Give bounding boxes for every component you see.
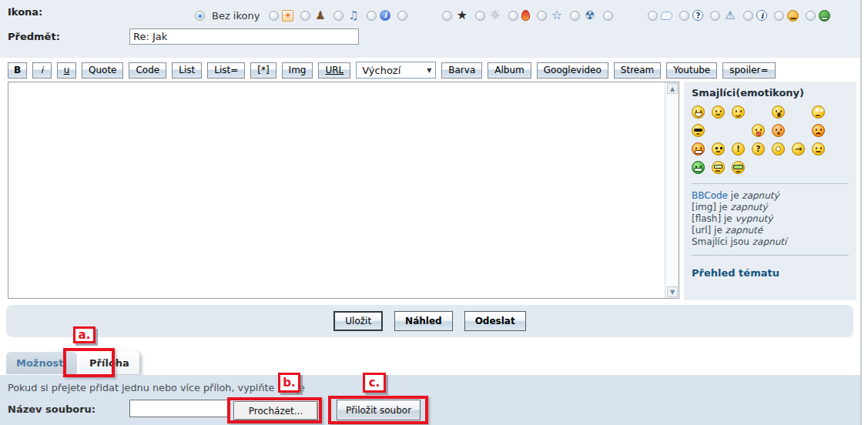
message-editor: ▲ ▼	[8, 82, 679, 299]
smiley-idea[interactable]	[772, 142, 785, 156]
post-icon-option-question-circle-icon[interactable]: ?	[679, 10, 703, 21]
smiley-embarrassed[interactable]	[772, 124, 785, 137]
smiley-very-happy[interactable]	[692, 105, 705, 119]
filename-input[interactable]	[129, 400, 230, 417]
topic-review-link[interactable]: Přehled tématu	[692, 267, 849, 279]
save-button[interactable]: Uložit	[333, 311, 383, 331]
bbcode-italic-button[interactable]: i	[32, 62, 52, 79]
smiley-cool[interactable]	[692, 124, 705, 137]
smiley-wink[interactable]	[732, 105, 745, 119]
post-icon-option-blue-star-icon[interactable]: ☆	[537, 9, 563, 22]
browse-button[interactable]: Procházet...	[233, 401, 318, 420]
blank-icon-2	[616, 9, 622, 22]
font-select-value: Výchozí	[362, 65, 400, 76]
radio-black-star-icon	[442, 11, 452, 21]
bbcode-status-line: [flash] je vypnutý	[692, 213, 849, 225]
post-header-panel: Ikona: Bez ikony☀♟♫i★☼☆☢?⚠i Předmět:	[0, 0, 860, 58]
radio-blank-icon-2	[603, 11, 613, 21]
flame-icon	[521, 10, 530, 21]
smiley-grid: !?→	[692, 102, 849, 176]
scroll-down-icon[interactable]: ▼	[667, 286, 678, 297]
smiley-evil[interactable]	[812, 124, 825, 137]
tab-moznosti[interactable]: Možnosti	[6, 352, 77, 374]
radio-flame-icon	[508, 11, 518, 21]
smiley-rolleyes[interactable]	[812, 105, 825, 119]
sidebar-divider	[692, 183, 849, 184]
post-icon-option-music-note-icon[interactable]: ♫	[333, 9, 360, 22]
bbcode-help-link[interactable]: BBCode	[692, 190, 728, 201]
post-icon-option-orange-smiley-icon[interactable]	[774, 10, 799, 22]
message-textarea[interactable]	[8, 82, 665, 298]
subject-input[interactable]	[129, 28, 359, 45]
post-icon-option-flame-icon[interactable]	[508, 10, 530, 21]
tab-priloha[interactable]: Příloha	[79, 351, 139, 374]
radio-no-icon	[195, 11, 205, 21]
smiley-uber-geek[interactable]	[732, 161, 745, 174]
smilies-title: Smajlíci(emotikony)	[692, 87, 849, 99]
photo-burst-icon: ☀	[282, 10, 293, 22]
smiley-exclaim[interactable]: !	[732, 142, 745, 156]
smiley-mr-green[interactable]	[692, 161, 705, 174]
orange-smiley-icon	[787, 10, 799, 22]
bbcode-list-eq-button[interactable]: List=	[207, 62, 245, 79]
bbcode-img-button[interactable]: Img	[282, 62, 313, 79]
post-icon-option-pawn-icon[interactable]: ♟	[300, 9, 327, 22]
circle-dots-icon: ☢	[583, 9, 596, 22]
bbcode-code-button[interactable]: Code	[129, 62, 166, 79]
bbcode-quote-button[interactable]: Quote	[82, 62, 123, 79]
smiley-razz[interactable]	[752, 124, 765, 137]
post-icon-option-info-ball-icon[interactable]: i	[367, 10, 390, 21]
sun-icon: ☼	[488, 9, 501, 22]
bbcode-underline-button[interactable]: u	[57, 62, 76, 79]
filename-label: Název souboru:	[8, 403, 96, 415]
bbcode-spoiler-button[interactable]: spoiler=	[722, 62, 775, 79]
radio-music-note-icon	[333, 11, 344, 21]
preview-button[interactable]: Náhled	[394, 311, 453, 331]
post-icon-option-green-smiley-icon[interactable]	[806, 10, 830, 22]
post-icon-option-black-star-icon[interactable]: ★	[442, 9, 468, 22]
bbcode-color-button[interactable]: Barva	[441, 62, 482, 79]
submit-button[interactable]: Odeslat	[464, 311, 526, 331]
post-icon-option-warning-triangle-icon[interactable]: ⚠	[710, 9, 736, 22]
sidebar-divider	[692, 255, 849, 256]
post-icon-option-blank-icon-2[interactable]	[603, 9, 622, 22]
post-icon-option-speech-bubble-icon[interactable]	[648, 11, 672, 21]
bbcode-googlevideo-button[interactable]: Googlevideo	[537, 62, 608, 79]
post-icon-option-no-icon[interactable]: Bez ikony	[195, 10, 262, 22]
bbcode-bold-button[interactable]: B	[8, 62, 27, 79]
editor-scrollbar[interactable]: ▲ ▼	[665, 82, 679, 298]
bbcode-status-line: [img] je zapnutý	[692, 202, 849, 213]
bbcode-list-item-button[interactable]: [*]	[250, 62, 276, 79]
post-icon-option-sun-icon[interactable]: ☼	[475, 9, 501, 22]
bbcode-stream-button[interactable]: Stream	[614, 62, 661, 79]
info-circle-icon: i	[756, 10, 767, 21]
font-select[interactable]: Výchozí▼	[356, 62, 436, 79]
post-icon-option-info-circle-icon[interactable]: i	[743, 10, 767, 21]
bbcode-status-list: BBCode je zapnutý[img] je zapnutý[flash]…	[692, 190, 849, 248]
smiley-smile[interactable]	[712, 105, 725, 119]
status-state: vypnutý	[736, 213, 773, 224]
status-subject: [url]	[692, 225, 711, 236]
smiley-arrow[interactable]: →	[792, 142, 805, 156]
post-icon-option-blank-icon-1[interactable]	[397, 9, 417, 22]
radio-speech-bubble-icon	[648, 11, 658, 21]
post-icon-option-circle-dots-icon[interactable]: ☢	[570, 9, 596, 22]
smiley-twisted-evil[interactable]	[692, 142, 705, 156]
attach-file-button[interactable]: Přiložit soubor	[337, 400, 421, 420]
bbcode-status-line: [url] je zapnuté	[692, 225, 849, 236]
post-icon-option-photo-burst-icon[interactable]: ☀	[269, 10, 293, 22]
bbcode-youtube-button[interactable]: Youtube	[666, 62, 717, 79]
smiley-crossed-eyes[interactable]	[712, 142, 725, 156]
bbcode-album-button[interactable]: Album	[488, 62, 531, 79]
status-subject: [img]	[692, 202, 716, 212]
post-icon-option-label: Bez ikony	[212, 10, 260, 22]
smiley-neutral[interactable]	[812, 142, 825, 156]
post-icon-options: Bez ikony☀♟♫i★☼☆☢?⚠i	[195, 8, 837, 23]
bbcode-list-button[interactable]: List	[172, 62, 202, 79]
smiley-geek[interactable]	[712, 161, 725, 174]
radio-circle-dots-icon	[570, 11, 580, 21]
smiley-shocked[interactable]	[772, 105, 785, 119]
bbcode-url-button[interactable]: URL	[318, 62, 350, 79]
smiley-question[interactable]: ?	[752, 142, 765, 156]
scroll-up-icon[interactable]: ▲	[667, 83, 678, 94]
